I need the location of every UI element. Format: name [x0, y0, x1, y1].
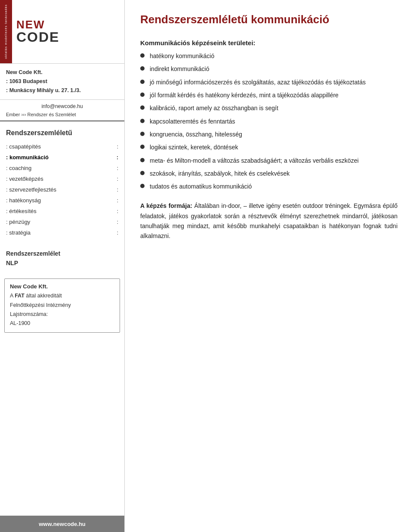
bullet-list: hatékony kommunikáció indirekt kommuniká…: [140, 52, 398, 191]
logo-code: CODE: [16, 30, 59, 44]
contact-sub: Ember ››› Rendszer és Szemlélet: [6, 112, 76, 117]
conclusion-paragraph: A képzés formája: Általában in-door, – i…: [140, 201, 398, 241]
bullet-icon: [140, 105, 145, 110]
bullet-icon: [140, 145, 145, 149]
bullet-icon: [140, 66, 145, 71]
list-item: szokások, irányítás, szabályok, hitek és…: [140, 169, 398, 178]
nav-item-szervezetfejlesztes[interactable]: : szervezetfejlesztés :: [0, 184, 124, 195]
nav-item-penzugy[interactable]: : pénzügy :: [0, 217, 124, 227]
website-url: www.newcode.hu: [39, 521, 86, 527]
email-link[interactable]: info@newcode.hu: [6, 103, 118, 109]
list-item: jó minőségű információszerzés és szolgál…: [140, 78, 398, 87]
page-title: Rendszerszemléletű kommunikáció: [140, 13, 398, 26]
list-item: meta- és Milton-modell a változás szabad…: [140, 156, 398, 165]
sidebar-vertical-text: oktatás modellezés tanácsadás: [4, 4, 8, 59]
accreditation-box: New Code Kft. A FAT által akkreditált Fe…: [4, 278, 120, 333]
bullet-icon: [140, 132, 145, 136]
accred-line1: A FAT által akkreditált: [10, 291, 114, 300]
address-block: New Code Kft. : 1063 Budapest : Munkácsy…: [0, 64, 124, 100]
nlp-label: NLP: [0, 259, 124, 271]
accred-company: New Code Kft.: [10, 283, 114, 290]
nav-item-ertekesites[interactable]: : értékesítés :: [0, 206, 124, 217]
nav-list: : csapatépítés : : kommunikáció : : coac…: [0, 141, 124, 242]
list-item: kongruencia, összhang, hitelesség: [140, 130, 398, 139]
contact-block: info@newcode.hu Ember ››› Rendszer és Sz…: [0, 100, 124, 121]
nav-item-csapatepites[interactable]: : csapatépítés :: [0, 141, 124, 152]
website-footer[interactable]: www.newcode.hu: [0, 516, 124, 532]
logo-text: NEW CODE: [16, 19, 59, 44]
section-title: Rendszerszemlélet: [0, 242, 124, 259]
logo-area: oktatás modellezés tanácsadás NEW CODE: [0, 0, 124, 64]
list-item: hatékony kommunikáció: [140, 52, 398, 60]
bullet-icon: [140, 184, 145, 188]
sidebar: oktatás modellezés tanácsadás NEW CODE N…: [0, 0, 125, 532]
address-line3: : Munkácsy Mihály u. 27. 1./3.: [6, 86, 118, 95]
bullet-icon: [140, 158, 145, 162]
nav-item-strategia[interactable]: : stratégia :: [0, 227, 124, 238]
nav-title: Rendszerszemléletű: [6, 129, 72, 136]
accred-label3: Lajstromszáma:: [10, 310, 114, 319]
nav-item-coaching[interactable]: : coaching :: [0, 163, 124, 173]
company-name: New Code Kft.: [6, 68, 118, 77]
nav-item-hatekonysag[interactable]: : hatékonyság :: [0, 195, 124, 206]
list-item: indirekt kommunikáció: [140, 65, 398, 73]
list-item: kapcsolatteremtés és fenntartás: [140, 117, 398, 126]
bullet-icon: [140, 53, 145, 58]
page: oktatás modellezés tanácsadás NEW CODE N…: [0, 0, 413, 532]
accred-number: AL-1900: [10, 319, 114, 328]
address-line2: : 1063 Budapest: [6, 77, 118, 86]
bullet-icon: [140, 93, 145, 97]
bullet-icon: [140, 119, 145, 123]
list-item: tudatos és automatikus kommunikáció: [140, 182, 398, 191]
logo-right: NEW CODE: [12, 0, 124, 63]
list-item: kalibráció, raport amely az összhangban …: [140, 104, 398, 112]
section-heading: Kommunikációs képzéseink területei:: [140, 39, 398, 46]
list-item: jól formált kérdés és hatékony kérdezés,…: [140, 91, 398, 99]
logo-new: NEW: [16, 19, 59, 30]
bullet-icon: [140, 80, 145, 84]
list-item: logikai szintek, keretek, döntések: [140, 143, 398, 152]
nav-title-block: Rendszerszemléletű: [0, 121, 124, 141]
accred-line2: Felnőttképzési Intézmény: [10, 301, 114, 310]
nav-item-kommunikacio[interactable]: : kommunikáció :: [0, 152, 124, 163]
logo-left-bar: oktatás modellezés tanácsadás: [0, 0, 12, 63]
main-content: Rendszerszemléletű kommunikáció Kommunik…: [125, 0, 413, 532]
bullet-icon: [140, 171, 145, 175]
nav-item-vezetokepzes[interactable]: : vezetőképzés :: [0, 173, 124, 184]
